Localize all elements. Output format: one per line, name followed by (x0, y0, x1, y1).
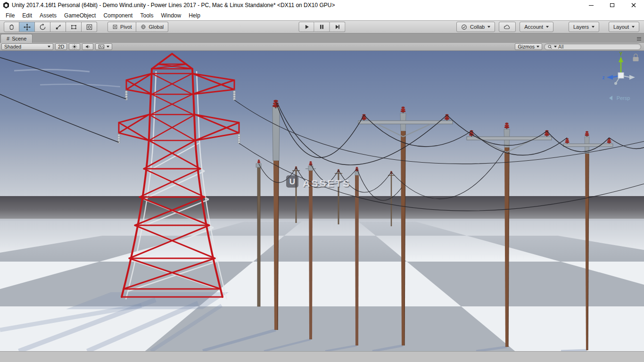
chevron-down-icon (487, 26, 490, 28)
layout-dropdown[interactable]: Layout (609, 22, 639, 32)
step-icon (334, 24, 341, 30)
menu-gameobject[interactable]: GameObject (60, 11, 99, 20)
hamburger-icon (637, 39, 641, 39)
transform-tools (4, 22, 97, 32)
hamburger-icon (637, 40, 641, 41)
window-controls (580, 0, 644, 10)
pole-mid-2[interactable] (355, 167, 359, 346)
cloud-button[interactable] (499, 22, 516, 32)
toolbar-right-group: Collab Account Layers Layout (456, 22, 639, 32)
chevron-down-icon (592, 26, 594, 28)
collab-dropdown[interactable]: Collab (456, 22, 495, 32)
lighting-toggle-button[interactable] (69, 43, 80, 50)
tool-rect-button[interactable] (66, 22, 82, 32)
chevron-down-icon (632, 26, 635, 28)
chevron-down-icon (537, 46, 539, 48)
scene-render[interactable]: U ASSETS ASSETS Y z Persp (0, 51, 644, 351)
z-axis-label: z (603, 75, 605, 80)
move-icon (24, 24, 31, 31)
chevron-down-icon (48, 46, 50, 48)
close-icon (631, 3, 636, 8)
search-value: All (558, 44, 564, 49)
play-icon (303, 24, 310, 30)
account-label: Account (524, 24, 543, 30)
gizmos-dropdown[interactable]: Gizmos (515, 43, 542, 50)
watermark: U ASSETS ASSETS (286, 175, 352, 189)
pivot-icon (112, 24, 118, 30)
rotate-icon (39, 24, 46, 31)
shading-mode-dropdown[interactable]: Shaded (1, 43, 53, 50)
scene-viewport[interactable]: U ASSETS ASSETS Y z Persp (0, 51, 644, 351)
transform-tool-icon (86, 24, 93, 31)
account-dropdown[interactable]: Account (520, 22, 553, 32)
gizmos-label: Gizmos (518, 44, 535, 49)
step-button[interactable] (330, 22, 346, 32)
collab-label: Collab (470, 24, 485, 30)
layers-dropdown[interactable]: Layers (569, 22, 599, 32)
search-icon (547, 44, 553, 49)
pause-icon (319, 24, 325, 30)
minimize-icon (589, 5, 594, 6)
tool-transform-button[interactable] (82, 22, 97, 32)
search-filter-caret-icon (554, 46, 557, 48)
tool-move-button[interactable] (19, 22, 35, 32)
tool-hand-button[interactable] (4, 22, 19, 32)
effects-image-icon (98, 44, 105, 49)
window-title: Unity 2017.4.16f1 Personal (64bit) - Dem… (12, 2, 335, 8)
title-bar: Unity 2017.4.16f1 Personal (64bit) - Dem… (0, 0, 644, 10)
menu-help[interactable]: Help (185, 11, 204, 20)
tab-scene[interactable]: # Scene (0, 34, 33, 43)
play-button[interactable] (299, 22, 314, 32)
maximize-button[interactable] (602, 0, 623, 10)
2d-toggle-button[interactable]: 2D (55, 43, 67, 50)
menu-file[interactable]: File (2, 11, 18, 20)
tool-rotate-button[interactable] (35, 22, 50, 32)
pivot-global-group: Pivot Global (107, 22, 168, 32)
watermark-u: U (289, 177, 295, 186)
view-tab-bar: # Scene (0, 33, 644, 43)
rect-tool-icon (70, 24, 77, 31)
audio-toggle-button[interactable] (82, 43, 93, 50)
close-button[interactable] (623, 0, 644, 10)
hamburger-icon (637, 37, 641, 38)
unity-window: Unity 2017.4.16f1 Personal (64bit) - Dem… (0, 0, 644, 362)
scene-search-field[interactable]: All (544, 43, 641, 50)
unity-logo-icon (2, 1, 10, 9)
perspective-label[interactable]: Persp (617, 95, 630, 101)
scene-view-toolbar: Shaded 2D Gizm (0, 43, 644, 51)
watermark-text: ASSETS (303, 178, 351, 189)
minimize-button[interactable] (580, 0, 602, 10)
layout-label: Layout (613, 24, 629, 30)
global-toggle-button[interactable]: Global (136, 22, 168, 32)
speaker-icon (85, 44, 91, 49)
menu-tools[interactable]: Tools (136, 11, 157, 20)
cloud-icon (504, 24, 511, 30)
menu-component[interactable]: Component (99, 11, 136, 20)
menu-assets[interactable]: Assets (36, 11, 60, 20)
collab-icon (461, 24, 467, 30)
pivot-label: Pivot (120, 24, 132, 30)
down-axis-knob[interactable] (614, 82, 617, 85)
scale-icon (55, 24, 62, 31)
menu-edit[interactable]: Edit (18, 11, 36, 20)
scene-tab-icon: # (7, 36, 9, 41)
hand-icon (8, 24, 15, 31)
shading-mode-label: Shaded (4, 44, 21, 49)
globe-icon (140, 24, 146, 30)
menu-bar: File Edit Assets GameObject Component To… (0, 10, 644, 20)
main-toolbar: Pivot Global (0, 20, 644, 33)
chevron-down-icon (107, 46, 109, 48)
playmode-controls (299, 22, 346, 32)
tool-scale-button[interactable] (50, 22, 66, 32)
status-bar (0, 351, 644, 362)
sun-icon (72, 44, 77, 49)
tab-options-button[interactable] (637, 37, 641, 43)
pause-button[interactable] (314, 22, 330, 32)
y-axis-label: Y (619, 51, 623, 57)
menu-window[interactable]: Window (157, 11, 185, 20)
effects-dropdown[interactable] (95, 43, 112, 50)
maximize-icon (610, 3, 614, 7)
gizmo-center-cube[interactable] (618, 73, 624, 78)
pivot-toggle-button[interactable]: Pivot (107, 22, 136, 32)
layers-label: Layers (573, 24, 589, 30)
